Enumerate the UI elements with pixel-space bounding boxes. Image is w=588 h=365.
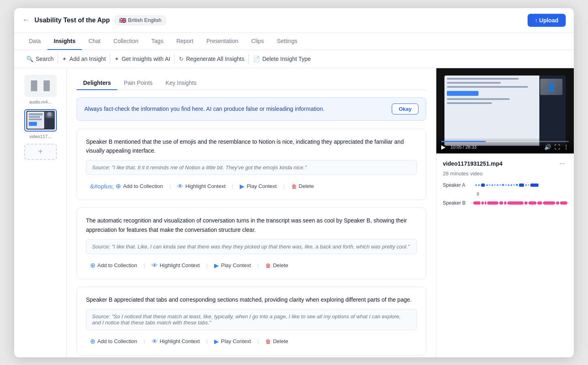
svg-rect-5 xyxy=(29,122,37,126)
dot-bar xyxy=(530,184,539,187)
speaker-b-label: Speaker B xyxy=(443,200,469,206)
video-player: 👤 ▶ 10:05 / 28:33 🔊 ⛶ xyxy=(436,68,574,153)
search-toolbar-item[interactable]: 🔍 Search xyxy=(22,54,58,64)
add-insight-toolbar-item[interactable]: ✦ Add an Insight xyxy=(58,54,110,64)
video-progress-bar[interactable] xyxy=(441,141,569,142)
fullscreen-icon[interactable]: ⛶ xyxy=(554,144,560,150)
more-video-icon[interactable]: ⋮ xyxy=(563,144,569,150)
video-time-display: 10:05 / 28:33 xyxy=(451,145,476,149)
svg-rect-4 xyxy=(29,119,42,120)
bar xyxy=(537,201,542,205)
tab-settings[interactable]: Settings xyxy=(270,33,304,50)
bar xyxy=(499,201,503,205)
dot xyxy=(486,184,488,186)
insight-text-2: The automatic recognition and visualizat… xyxy=(86,216,417,234)
add-collection-btn-1[interactable]: &#oplus; ⊕ Add to Collection xyxy=(86,181,167,192)
highlight-context-btn-2[interactable]: 👁 Highlight Context xyxy=(148,260,204,270)
video-duration: 28 minutes video xyxy=(443,171,567,177)
video-more-button[interactable]: ··· xyxy=(557,159,567,168)
alert-banner: Always fact-check the information you fi… xyxy=(77,97,426,121)
insight-tabs: Delighters Pain Points Key Insights xyxy=(77,76,426,90)
video-filename: video1171931251.mp4 xyxy=(443,160,502,167)
insight-card-2: The automatic recognition and visualizat… xyxy=(77,207,426,279)
dot-large xyxy=(481,184,485,187)
video-inner-screen: 👤 xyxy=(444,76,565,145)
audio-label: audio.m4... xyxy=(24,99,57,104)
get-insights-toolbar-item[interactable]: ✦ Get Insights with AI xyxy=(110,54,175,64)
dot xyxy=(505,184,506,186)
delete-btn-3[interactable]: 🗑 Delete xyxy=(261,337,292,346)
svg-rect-2 xyxy=(29,113,43,115)
tab-pain-points[interactable]: Pain Points xyxy=(117,76,159,90)
play-context-btn-3[interactable]: ▶ Play Context xyxy=(210,336,255,347)
play-context-btn-1[interactable]: ▶ Play Context xyxy=(236,181,281,192)
dot xyxy=(508,184,509,186)
tab-collection[interactable]: Collection xyxy=(107,33,145,50)
delete-type-toolbar-item[interactable]: 📄 Delete Insight Type xyxy=(249,54,315,64)
app-window: ← Usability Test of the App 🇬🇧 British E… xyxy=(14,8,574,357)
screen-content xyxy=(444,76,539,145)
tab-clips[interactable]: Clips xyxy=(245,33,270,50)
highlight-context-btn-3[interactable]: 👁 Highlight Context xyxy=(148,336,204,346)
insight-actions-1: &#oplus; ⊕ Add to Collection | 👁 Highlig… xyxy=(86,181,417,192)
center-panel: Delighters Pain Points Key Insights Alwa… xyxy=(67,68,436,357)
upload-button[interactable]: ↑ Upload xyxy=(528,14,566,27)
tab-delighters[interactable]: Delighters xyxy=(77,76,117,90)
tab-chat[interactable]: Chat xyxy=(82,33,107,50)
bar xyxy=(507,201,524,205)
header: ← Usability Test of the App 🇬🇧 British E… xyxy=(14,8,574,33)
video-thumb xyxy=(24,109,57,132)
bar xyxy=(528,201,536,205)
language-badge[interactable]: 🇬🇧 British English xyxy=(115,15,166,25)
regenerate-toolbar-item[interactable]: ↻ Regenerate All Insights xyxy=(175,54,249,64)
toolbar: 🔍 Search ✦ Add an Insight ✦ Get Insights… xyxy=(14,50,574,68)
insight-text-1: Speaker B mentioned that the use of emoj… xyxy=(86,137,417,156)
speaker-face: 👤 xyxy=(540,79,562,95)
add-collection-btn-3[interactable]: ⊕ Add to Collection xyxy=(86,336,141,347)
video-info: video1171931251.mp4 ··· 28 minutes video… xyxy=(436,153,574,215)
alert-okay-button[interactable]: Okay xyxy=(392,104,418,114)
bar xyxy=(473,201,481,205)
insight-source-1: Source: "I like that. It it it reminds m… xyxy=(86,160,417,175)
speaker-a-label: Speaker A xyxy=(443,182,471,188)
audio-thumb: ▐▌▐▌ xyxy=(24,75,57,97)
tab-tags[interactable]: Tags xyxy=(145,33,170,50)
play-pause-icon[interactable]: ▶ xyxy=(441,144,446,150)
insight-text-3: Speaker B appreciated that tabs and corr… xyxy=(86,295,417,304)
alert-text: Always fact-check the information you fi… xyxy=(84,106,324,112)
dot xyxy=(500,184,501,186)
video-progress-fill xyxy=(441,141,486,142)
get-insights-label: Get Insights with AI xyxy=(122,56,170,62)
dot xyxy=(502,184,504,186)
tab-data[interactable]: Data xyxy=(22,33,47,50)
pause-icon: ⏸ xyxy=(475,191,480,197)
svg-rect-3 xyxy=(29,116,40,118)
main-content: ▐▌▐▌ audio.m4... xyxy=(14,68,574,357)
highlight-context-btn-1[interactable]: 👁 Highlight Context xyxy=(173,181,230,191)
delete-btn-1[interactable]: 🗑 Delete xyxy=(287,181,318,191)
tab-report[interactable]: Report xyxy=(170,33,200,50)
back-button[interactable]: ← xyxy=(22,16,30,24)
delete-btn-2[interactable]: 🗑 Delete xyxy=(261,261,292,270)
add-media-button[interactable]: + xyxy=(24,144,57,160)
sidebar-item-video[interactable]: video117... xyxy=(22,109,59,139)
tab-key-insights[interactable]: Key Insights xyxy=(159,76,203,90)
delete-label: Delete Insight Type xyxy=(262,56,311,62)
dot xyxy=(513,184,515,186)
dot xyxy=(489,184,490,186)
tab-insights[interactable]: Insights xyxy=(47,33,82,50)
sidebar: ▐▌▐▌ audio.m4... xyxy=(14,68,67,357)
sidebar-item-audio[interactable]: ▐▌▐▌ audio.m4... xyxy=(22,75,59,104)
pause-indicator-row: . ⏸ xyxy=(443,191,567,197)
svg-point-8 xyxy=(47,112,52,116)
regenerate-label: Regenerate All Insights xyxy=(186,56,245,62)
speaker-a-track xyxy=(475,184,539,187)
tab-presentation[interactable]: Presentation xyxy=(200,33,245,50)
play-context-btn-2[interactable]: ▶ Play Context xyxy=(210,260,255,271)
insight-source-3: Source: "So I noticed that these match a… xyxy=(86,309,417,330)
bar xyxy=(543,201,555,205)
star-icon: ✦ xyxy=(62,56,67,62)
volume-icon[interactable]: 🔊 xyxy=(544,144,551,150)
refresh-icon: ↻ xyxy=(179,56,184,62)
add-collection-btn-2[interactable]: ⊕ Add to Collection xyxy=(86,260,141,271)
